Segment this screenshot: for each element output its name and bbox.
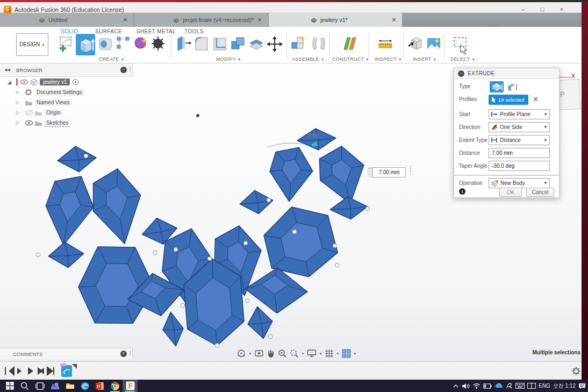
chevron-down-icon[interactable]: ▼ [336, 352, 340, 355]
gem-profile-15[interactable] [161, 311, 186, 348]
dialog-header[interactable]: − EXTRUDE [454, 68, 559, 79]
document-tab-2[interactable]: jewlery v1*✕ [269, 13, 402, 27]
comments-bar[interactable]: COMMENTS + | [0, 348, 133, 359]
timeline-playback-controls[interactable] [4, 366, 58, 376]
gem-profile-0[interactable] [56, 144, 98, 174]
profile-handle[interactable] [335, 263, 339, 267]
dimension-input[interactable] [372, 167, 406, 177]
profile-handle[interactable] [243, 241, 247, 245]
browser-panel-header[interactable]: ◀◀ BROWSER − | [0, 63, 133, 77]
tray-chevron-icon[interactable] [453, 383, 459, 389]
tab-tools[interactable]: TOOLS [184, 28, 204, 34]
cancel-button[interactable]: Cancel [526, 188, 554, 197]
tab-close-icon[interactable]: ✕ [121, 16, 129, 24]
expander-icon[interactable]: ▷ [16, 121, 20, 125]
move-copy-icon[interactable] [267, 35, 283, 54]
tree-root-row[interactable]: ◢ jewlery v1 [0, 77, 133, 87]
gem-profile-11[interactable] [317, 144, 369, 206]
chrome-icon[interactable] [107, 380, 123, 392]
profiles-selected-chip[interactable]: 19 selected [489, 95, 528, 105]
extent-type-dropdown[interactable]: Distance▼ [489, 135, 550, 145]
expander-icon[interactable]: ▷ [16, 111, 20, 115]
teams-icon[interactable] [47, 380, 62, 392]
group-label-select[interactable]: SELECT ▼ [450, 56, 476, 62]
sketch-point[interactable] [196, 114, 199, 117]
taskbar-search-icon[interactable] [17, 380, 32, 392]
display-settings-icon[interactable] [307, 349, 317, 358]
wifi-icon[interactable] [472, 383, 481, 389]
chevron-down-icon[interactable]: ▼ [353, 352, 357, 355]
pan-icon[interactable] [266, 349, 275, 358]
shell-icon[interactable] [212, 35, 228, 54]
start-button[interactable] [2, 380, 17, 392]
panel-grip[interactable]: | [130, 350, 131, 355]
construct-plane-icon[interactable] [341, 35, 357, 54]
profile-handle[interactable] [333, 244, 336, 247]
tree-row-origin[interactable]: ▷ Origin [0, 108, 133, 118]
task-view-icon[interactable] [32, 380, 47, 392]
press-pull-icon[interactable] [175, 35, 191, 54]
group-label-assemble[interactable]: ASSEMBLE ▼ [292, 56, 325, 62]
profile-handle[interactable] [207, 256, 211, 260]
revolve-icon[interactable] [98, 35, 114, 54]
profile-handle[interactable] [153, 251, 156, 254]
grid-icon[interactable] [325, 349, 334, 358]
group-label-create[interactable]: CREATE ▼ [99, 56, 125, 62]
tree-row-document-settings[interactable]: ▷ Document Settings [0, 87, 133, 97]
distance-input[interactable] [489, 148, 550, 158]
create-sketch-icon[interactable] [58, 35, 74, 54]
chevron-down-icon[interactable]: ▼ [248, 352, 252, 355]
timeline-settings-gear-icon[interactable] [572, 367, 580, 375]
tab-sheet-metal[interactable]: SHEET METAL [137, 28, 176, 34]
powerpoint-icon[interactable]: P [92, 380, 107, 392]
orbit-icon[interactable] [236, 348, 246, 358]
tab-surface[interactable]: SURFACE [95, 28, 122, 34]
ok-button[interactable]: OK [499, 188, 522, 197]
gem-profile-12[interactable] [329, 195, 369, 221]
gem-profile-13[interactable] [260, 204, 342, 280]
group-label-modify[interactable]: MODIFY ▼ [216, 56, 241, 62]
profile-handle[interactable] [292, 230, 296, 233]
eye-hidden-icon[interactable] [25, 110, 33, 116]
tree-item-label[interactable]: Named Views [34, 99, 72, 106]
tree-item-label[interactable]: Origin [44, 109, 63, 116]
insert-image-icon[interactable] [426, 35, 442, 54]
gem-profile-3[interactable] [47, 240, 85, 270]
project-geometry-icon[interactable] [115, 35, 131, 54]
activate-component-radio[interactable] [73, 79, 78, 85]
panel-options-icon[interactable]: − [120, 67, 127, 73]
clock[interactable]: 오전 1:12 [553, 382, 576, 390]
info-icon[interactable]: i [459, 188, 465, 195]
profile-handle[interactable] [245, 298, 249, 302]
profile-handle[interactable] [268, 334, 272, 338]
eye-visible-icon[interactable] [20, 79, 28, 85]
viewports-icon[interactable] [342, 349, 351, 358]
profile-handle[interactable] [36, 253, 40, 256]
profile-handle[interactable] [267, 198, 270, 202]
profile-handle[interactable] [84, 154, 88, 158]
file-explorer-icon[interactable] [62, 380, 77, 392]
tab-close-icon[interactable]: ✕ [390, 16, 398, 24]
profile-handle[interactable] [365, 206, 369, 210]
extrude-tool-selected[interactable] [76, 34, 95, 55]
gem-profile-10[interactable] [264, 142, 317, 205]
volume-icon[interactable] [462, 383, 470, 389]
collapse-panel-icon[interactable]: ◀◀ [4, 68, 10, 72]
zoom-window-icon[interactable] [289, 348, 299, 358]
chevron-down-icon[interactable]: ▼ [319, 352, 322, 355]
edge-icon[interactable] [77, 380, 92, 392]
document-tab-1[interactable]: projet finale (v4~recovered)*✕ [134, 13, 268, 27]
profile-handle[interactable] [215, 343, 219, 347]
action-center-icon[interactable] [578, 383, 586, 389]
gem-profile-2[interactable] [90, 167, 144, 246]
group-label-inspect[interactable]: INSPECT ▼ [375, 56, 402, 62]
joint-icon[interactable] [311, 35, 327, 54]
panel-grip[interactable]: | [130, 66, 131, 72]
tree-row-named-views[interactable]: ▷ Named Views [0, 97, 133, 108]
clear-selection-icon[interactable]: ✕ [533, 95, 539, 103]
timeline-sketch-item[interactable] [61, 365, 72, 377]
language-indicator[interactable]: ENG [539, 383, 550, 389]
chevron-down-icon[interactable]: ▼ [301, 352, 305, 355]
tab-close-icon[interactable]: ✕ [256, 16, 263, 24]
type-thin-extrude-option[interactable] [506, 81, 520, 92]
